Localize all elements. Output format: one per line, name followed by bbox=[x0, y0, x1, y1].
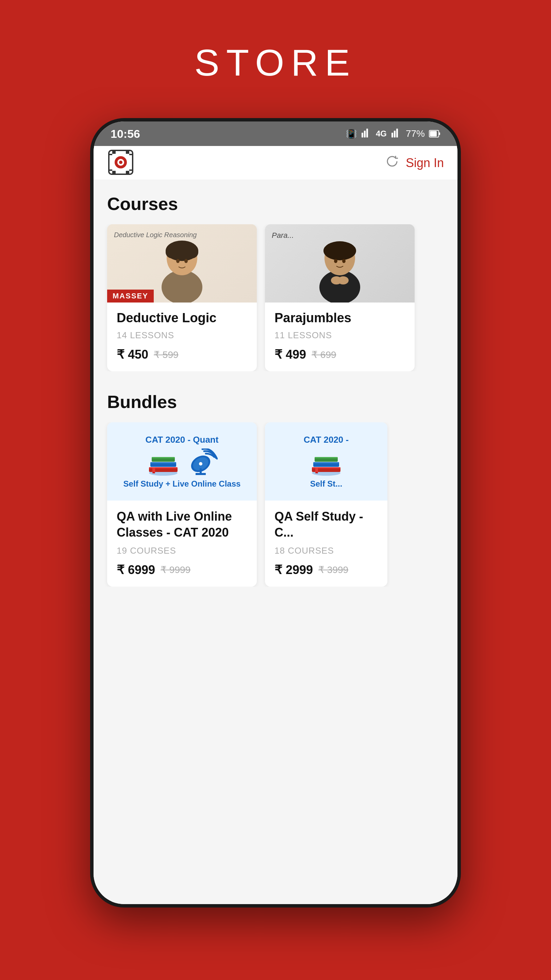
phone-inner: 10:56 📳 4G bbox=[94, 121, 457, 904]
bundle-price-current-qa-self: ₹ 2999 bbox=[275, 563, 313, 577]
sign-in-button[interactable]: Sign In bbox=[406, 156, 444, 170]
svg-point-33 bbox=[345, 247, 355, 256]
course-card-deductive-logic[interactable]: Deductive Logic Reasoning bbox=[107, 224, 257, 371]
price-current-deductive: ₹ 450 bbox=[117, 347, 148, 362]
bundle-name-qa-live: QA with Live Online Classes - CAT 2020 bbox=[117, 509, 247, 541]
course-price-para: ₹ 499 ₹ 699 bbox=[275, 347, 405, 362]
massey-label: MASSEY bbox=[107, 290, 154, 302]
status-icons: 📳 4G 77 bbox=[346, 127, 440, 140]
svg-point-34 bbox=[334, 259, 337, 263]
app-content: Courses Deductive Logic Reasoning bbox=[94, 180, 457, 904]
bundle-icons-row-1 bbox=[146, 449, 218, 476]
bundle-price-qa-live: ₹ 6999 ₹ 9999 bbox=[117, 563, 247, 577]
bundle-price-original-qa-live: ₹ 9999 bbox=[160, 564, 191, 576]
header-right: Sign In bbox=[385, 154, 444, 171]
course-card-body-para: Parajumbles 11 LESSONS ₹ 499 ₹ 699 bbox=[265, 302, 414, 371]
svg-rect-13 bbox=[126, 171, 129, 174]
course-name-para: Parajumbles bbox=[275, 311, 405, 325]
whiteboard-text-deductive: Deductive Logic Reasoning bbox=[114, 231, 197, 239]
books-icon-2 bbox=[309, 449, 343, 476]
course-name-deductive: Deductive Logic bbox=[117, 311, 247, 325]
books-icon-1 bbox=[146, 449, 180, 476]
refresh-icon[interactable] bbox=[385, 154, 399, 171]
bundle-courses-qa-self: 18 COURSES bbox=[275, 546, 378, 556]
svg-point-28 bbox=[184, 259, 188, 263]
bundle-img-content-1: CAT 2020 - Quant bbox=[107, 431, 257, 492]
svg-point-51 bbox=[199, 462, 202, 466]
course-card-image-deductive: Deductive Logic Reasoning bbox=[107, 224, 257, 302]
bundle-price-original-qa-self: ₹ 3999 bbox=[318, 564, 348, 576]
bundle-card-img-qa-live: CAT 2020 - Quant bbox=[107, 422, 257, 501]
svg-rect-58 bbox=[314, 457, 338, 458]
svg-point-32 bbox=[324, 247, 335, 256]
bundle-price-qa-self: ₹ 2999 ₹ 3999 bbox=[275, 563, 378, 577]
bundles-cards-row: CAT 2020 - Quant bbox=[94, 422, 457, 587]
battery-level: 77% bbox=[406, 128, 425, 139]
page-title: STORE bbox=[195, 41, 357, 84]
price-original-para: ₹ 699 bbox=[311, 349, 337, 360]
course-card-body-deductive: Deductive Logic 14 LESSONS ₹ 450 ₹ 599 bbox=[107, 302, 257, 371]
course-card-image-parajumbles: Para... bbox=[265, 224, 414, 302]
bundle-card-qa-live[interactable]: CAT 2020 - Quant bbox=[107, 422, 257, 587]
bundle-card-qa-self[interactable]: CAT 2020 - bbox=[265, 422, 387, 587]
app-header: Sign In bbox=[94, 146, 457, 180]
bundle-icons-row-2 bbox=[309, 449, 343, 476]
bundle-card-body-qa-self: QA Self Study - C... 18 COURSES ₹ 2999 ₹… bbox=[265, 501, 387, 587]
svg-rect-10 bbox=[112, 150, 116, 154]
svg-rect-8 bbox=[439, 132, 440, 135]
bundle-img-title-1: CAT 2020 - Quant bbox=[146, 434, 219, 445]
bundle-card-img-qa-self: CAT 2020 - bbox=[265, 422, 387, 501]
course-lessons-deductive: 14 LESSONS bbox=[117, 330, 247, 340]
whiteboard-text-para: Para... bbox=[272, 231, 294, 240]
course-price-deductive: ₹ 450 ₹ 599 bbox=[117, 347, 247, 362]
courses-cards-row: Deductive Logic Reasoning bbox=[94, 224, 457, 371]
svg-point-35 bbox=[342, 259, 346, 263]
courses-section-title: Courses bbox=[94, 194, 457, 214]
course-lessons-para: 11 LESSONS bbox=[275, 330, 405, 340]
svg-rect-18 bbox=[129, 154, 133, 155]
bundle-courses-qa-live: 19 COURSES bbox=[117, 546, 247, 556]
satellite-icon-1 bbox=[187, 449, 218, 476]
signal-icon-2 bbox=[391, 127, 402, 140]
logo-svg bbox=[107, 149, 134, 176]
bundle-card-body-qa-live: QA with Live Online Classes - CAT 2020 1… bbox=[107, 501, 257, 587]
bundle-img-subtitle-2: Self St... bbox=[310, 479, 343, 488]
status-bar: 10:56 📳 4G bbox=[94, 121, 457, 146]
svg-rect-11 bbox=[126, 150, 129, 154]
svg-rect-12 bbox=[112, 171, 116, 174]
bundles-section-title: Bundles bbox=[94, 392, 457, 412]
svg-rect-17 bbox=[109, 154, 112, 155]
svg-rect-4 bbox=[394, 130, 395, 137]
svg-rect-44 bbox=[152, 457, 175, 458]
svg-point-26 bbox=[175, 241, 189, 255]
network-label: 4G bbox=[376, 129, 387, 138]
svg-rect-0 bbox=[362, 133, 363, 137]
course-card-parajumbles[interactable]: Para... bbox=[265, 224, 414, 371]
svg-rect-3 bbox=[392, 133, 393, 137]
price-original-deductive: ₹ 599 bbox=[154, 349, 179, 360]
svg-point-37 bbox=[338, 276, 349, 285]
svg-rect-5 bbox=[396, 129, 398, 137]
bundle-img-title-2: CAT 2020 - bbox=[304, 434, 349, 445]
status-time: 10:56 bbox=[111, 127, 140, 140]
svg-rect-7 bbox=[430, 131, 437, 137]
bundle-img-subtitle-1: Self Study + Live Online Class bbox=[124, 479, 241, 488]
bundle-price-current-qa-live: ₹ 6999 bbox=[117, 563, 155, 577]
bundles-section: Bundles CAT 2020 - Quant bbox=[94, 392, 457, 587]
courses-section: Courses Deductive Logic Reasoning bbox=[94, 194, 457, 371]
svg-rect-20 bbox=[129, 169, 133, 171]
phone-frame: 10:56 📳 4G bbox=[90, 118, 461, 907]
battery-icon bbox=[429, 129, 440, 139]
svg-rect-19 bbox=[109, 169, 112, 171]
svg-rect-2 bbox=[366, 129, 368, 137]
svg-point-27 bbox=[176, 259, 179, 263]
bundle-img-content-2: CAT 2020 - bbox=[265, 431, 387, 492]
app-logo[interactable] bbox=[107, 149, 134, 177]
signal-icon bbox=[361, 127, 372, 140]
svg-rect-1 bbox=[364, 130, 366, 137]
svg-point-16 bbox=[119, 161, 122, 164]
svg-rect-42 bbox=[150, 462, 176, 463]
svg-rect-56 bbox=[313, 462, 339, 463]
price-current-para: ₹ 499 bbox=[275, 347, 306, 362]
bundle-name-qa-self: QA Self Study - C... bbox=[275, 509, 378, 541]
